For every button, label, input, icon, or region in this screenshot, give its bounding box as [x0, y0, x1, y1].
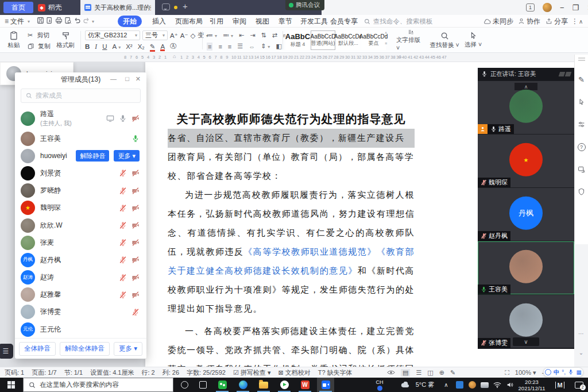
doc-hyperlink[interactable]: 《高等学校教师职业道德规范》: [243, 247, 377, 256]
clock[interactable]: 20:232021/12/11: [517, 378, 547, 392]
panel-minimize-button[interactable]: —: [110, 75, 117, 82]
tray-app1-icon[interactable]: [454, 378, 465, 392]
meeting-sharing-pill[interactable]: 腾讯会议: [285, 0, 324, 10]
member-row[interactable]: huoweiyi解除静音更多 ▾: [15, 147, 146, 164]
save-button[interactable]: [37, 17, 44, 26]
decrease-indent-button[interactable]: ⇤: [239, 32, 244, 39]
weather-label[interactable]: 5°C 雾: [412, 378, 438, 392]
file-menu[interactable]: ≡ 文件 ▾: [5, 15, 30, 28]
qat-more-button[interactable]: ▾: [92, 19, 94, 24]
account-avatar[interactable]: [543, 3, 552, 12]
font-color-button[interactable]: A: [160, 43, 165, 50]
cortana-button[interactable]: [176, 378, 193, 392]
annotate-pen-icon[interactable]: ✎: [578, 75, 585, 84]
video-tile[interactable]: 王容美: [478, 241, 574, 294]
comment-bubble-icon[interactable]: [162, 3, 170, 10]
page-view-icon[interactable]: ▤: [401, 369, 410, 376]
spell-check-toggle[interactable]: ☑ 拼写检查 ▾: [233, 368, 271, 377]
sort-button[interactable]: ⇅: [261, 32, 266, 39]
status-field[interactable]: 字数: 25/2592: [187, 368, 226, 377]
member-more-button[interactable]: 更多 ▾: [114, 150, 140, 162]
bullet-list-button[interactable]: ≔▾: [207, 32, 217, 39]
indent-marker[interactable]: ⌂: [173, 53, 176, 59]
maximize-button[interactable]: ❐: [572, 3, 579, 12]
menu-tab-4[interactable]: 引用: [204, 16, 229, 27]
clear-format-button[interactable]: ◇: [191, 32, 196, 40]
video-tile[interactable]: 丹枫赵丹枫: [478, 187, 574, 241]
input-language-indicator[interactable]: CH: [372, 378, 387, 392]
outline-view-icon[interactable]: ☰: [416, 369, 421, 376]
side-float-tool-button[interactable]: ☰: [0, 344, 13, 359]
fit-page-icon[interactable]: ⛶: [505, 369, 509, 376]
ime-toolbar[interactable]: 中 °, ▦: [543, 367, 583, 377]
new-tab-button[interactable]: +: [183, 1, 188, 11]
weather-icon[interactable]: [400, 378, 411, 392]
more-button[interactable]: 更多 ▾: [114, 342, 142, 356]
tray-app2-icon[interactable]: [466, 378, 478, 392]
member-row[interactable]: 元伦王元伦: [15, 321, 146, 338]
shading-button[interactable]: ◧: [276, 43, 281, 50]
align-center-button[interactable]: ≡: [218, 43, 222, 50]
taskbar-app-wps[interactable]: W: [296, 378, 314, 392]
text-direction-button[interactable]: ⇄: [272, 32, 277, 39]
member-row[interactable]: 欣欣.W: [15, 217, 146, 234]
menu-tab-9[interactable]: 会员专享: [325, 16, 363, 27]
video-tile[interactable]: ★魏明琛: [478, 134, 574, 187]
selected-text-line[interactable]: 各省、自治区、直辖市教育厅（教委），新疆生产建设兵: [168, 129, 415, 148]
member-row[interactable]: 张博雯: [15, 303, 146, 321]
taskbar-app-edge[interactable]: [234, 378, 252, 392]
italic-button[interactable]: I: [95, 43, 97, 50]
ime-logo-icon[interactable]: [545, 369, 551, 375]
status-field[interactable]: 页面: 1/7: [32, 368, 56, 377]
print-preview-button[interactable]: [64, 17, 72, 26]
font-size-select[interactable]: 三号▾: [142, 30, 168, 40]
export-button[interactable]: [46, 17, 53, 26]
status-field[interactable]: 节: 1/1: [64, 368, 83, 377]
task-view-button[interactable]: [194, 378, 211, 392]
font-name-select[interactable]: 仿宋_GB2312▾: [85, 30, 140, 40]
sync-status[interactable]: 未同步: [483, 15, 513, 28]
underline-button[interactable]: U: [102, 43, 107, 50]
scroll-more-chip[interactable]: ∨: [513, 337, 539, 346]
bold-button[interactable]: B: [85, 43, 90, 50]
proofread-button[interactable]: ⊠ 文档校对: [278, 368, 310, 377]
superscript-button[interactable]: X²: [126, 43, 133, 50]
increase-font-button[interactable]: A⁺: [170, 32, 178, 40]
tab-docer[interactable]: ◆ 稻壳: [38, 2, 62, 13]
style-cell[interactable]: AaBbCcDd默认段...: [336, 30, 361, 50]
member-row[interactable]: 赵雅馨: [15, 286, 146, 303]
find-replace-button[interactable]: 查找替换 ˅: [430, 29, 459, 51]
taskbar-app-meeting[interactable]: [317, 378, 334, 392]
collaborate-button[interactable]: 协作: [518, 15, 540, 28]
member-row[interactable]: 路遥(主持人, 我): [15, 107, 146, 130]
style-cell[interactable]: AaBbCcDd要点: [361, 30, 386, 50]
unmute-all-button[interactable]: 解除全体静音: [60, 342, 110, 356]
ime-mode-indicator[interactable]: M: [552, 378, 567, 392]
highlight-color-button[interactable]: ✎: [150, 43, 156, 51]
minimize-button[interactable]: −: [560, 3, 564, 12]
copy-button[interactable]: 复制: [28, 41, 51, 52]
style-gallery-scroll[interactable]: ˄˅≡: [385, 31, 387, 45]
cut-button[interactable]: ✂剪切: [28, 30, 49, 41]
member-row[interactable]: 罗晓静: [15, 182, 146, 199]
menu-tab-7[interactable]: 章节: [273, 16, 297, 27]
web-view-icon[interactable]: ⊕: [439, 369, 444, 376]
ime-keyboard-icon[interactable]: ▦: [576, 369, 581, 375]
ime-mic-icon[interactable]: [568, 369, 574, 376]
tray-app3-icon[interactable]: [479, 378, 490, 392]
settings-sliders-icon[interactable]: [578, 120, 585, 129]
taskbar-app-explorer[interactable]: [255, 378, 272, 392]
more-menu-button[interactable]: ⋮: [571, 15, 578, 28]
tray-expand-button[interactable]: ∧: [441, 378, 451, 392]
tab-home[interactable]: 首页: [3, 2, 33, 13]
help-icon[interactable]: ?: [578, 143, 586, 151]
character-border-button[interactable]: Ⓐ: [170, 42, 177, 51]
member-row[interactable]: ★魏明琛: [15, 199, 146, 217]
panel-close-button[interactable]: ✕: [136, 75, 141, 83]
panel-maximize-button[interactable]: □: [125, 75, 129, 82]
ime-punct-toggle[interactable]: °,: [562, 369, 566, 375]
start-button[interactable]: [0, 378, 22, 392]
command-search[interactable]: 查找命令、搜索模板: [364, 16, 461, 26]
decrease-font-button[interactable]: A⁻: [180, 32, 188, 40]
menu-tab-5[interactable]: 审阅: [227, 16, 252, 27]
